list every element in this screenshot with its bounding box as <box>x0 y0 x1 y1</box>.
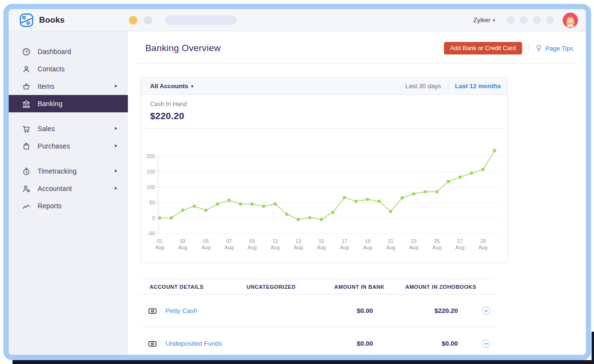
status-dot-yellow[interactable] <box>129 16 138 25</box>
data-point[interactable] <box>274 202 277 206</box>
reports-icon <box>22 202 31 211</box>
svg-text:-50: -50 <box>148 230 155 236</box>
page-header: Banking Overview Add Bank or Credit Card… <box>135 31 579 64</box>
data-point[interactable] <box>377 200 381 203</box>
svg-text:Aug: Aug <box>386 244 395 250</box>
data-point[interactable] <box>458 175 462 179</box>
svg-text:17: 17 <box>342 238 347 244</box>
sidebar-item-label: Items <box>38 82 55 90</box>
range-last-30-days[interactable]: Last 30 days <box>405 82 441 90</box>
amount-in-zohobooks-cell: $220.20 <box>385 307 476 314</box>
sidebar-item-sales[interactable]: Sales <box>9 120 128 137</box>
data-point[interactable] <box>170 216 173 220</box>
header-icon-placeholder-3[interactable] <box>533 16 541 24</box>
data-point[interactable] <box>239 202 242 206</box>
banking-icon <box>22 99 31 108</box>
page-tips-link[interactable]: Page Tips <box>535 44 573 52</box>
svg-text:200: 200 <box>146 153 155 159</box>
sidebar-item-label: Contacts <box>38 65 65 73</box>
sidebar-item-contacts[interactable]: Contacts <box>9 60 128 78</box>
sidebar-item-items[interactable]: Items <box>9 78 128 95</box>
account-link[interactable]: Petty Cash <box>166 307 197 314</box>
cash-in-hand-value: $220.20 <box>150 111 498 121</box>
sidebar-group: DashboardContactsItemsBanking <box>9 43 128 112</box>
row-expand-button[interactable] <box>476 306 496 315</box>
sidebar-item-accountant[interactable]: Accountant <box>9 180 128 197</box>
svg-text:Aug: Aug <box>479 244 488 250</box>
table-row: $Undeposited Funds$0.00$0.00 <box>140 327 496 360</box>
data-point[interactable] <box>332 211 335 214</box>
sidebar-item-purchases[interactable]: Purchases <box>9 137 128 155</box>
data-point[interactable] <box>412 192 415 196</box>
data-point[interactable] <box>193 204 196 208</box>
data-point[interactable] <box>470 172 473 175</box>
data-point[interactable] <box>181 209 184 212</box>
search-bar-placeholder[interactable] <box>165 15 236 25</box>
user-avatar[interactable] <box>563 13 578 28</box>
sidebar-item-reports[interactable]: Reports <box>9 197 128 215</box>
data-point[interactable] <box>158 216 162 220</box>
app-logo[interactable]: Books <box>18 12 65 28</box>
data-point[interactable] <box>493 149 497 152</box>
sidebar-item-timetracking[interactable]: Timetracking <box>9 162 128 180</box>
data-point[interactable] <box>401 196 404 200</box>
amount-in-zohobooks-cell: $0.00 <box>385 340 476 347</box>
table-header-row: ACCOUNT DETAILSUNCATEGORIZEDAMOUNT IN BA… <box>140 279 496 295</box>
data-point[interactable] <box>250 202 254 206</box>
org-name: Zylker <box>473 16 490 24</box>
data-point[interactable] <box>297 218 300 221</box>
account-selector-dropdown[interactable]: All Accounts ▾ <box>150 82 193 90</box>
data-point[interactable] <box>308 216 312 219</box>
dashboard-icon <box>22 47 31 56</box>
svg-text:Aug: Aug <box>155 244 165 250</box>
header-icon-placeholder-4[interactable] <box>546 16 554 24</box>
data-point[interactable] <box>435 190 439 193</box>
chevron-right-icon <box>114 126 118 131</box>
status-dot-gray[interactable] <box>144 16 152 25</box>
svg-text:Aug: Aug <box>201 244 210 250</box>
data-point[interactable] <box>227 199 231 202</box>
data-point[interactable] <box>216 202 219 206</box>
data-point[interactable] <box>366 198 369 201</box>
account-link[interactable]: Undeposited Funds <box>166 340 222 347</box>
cash-summary: Cash In Hand $220.20 <box>141 95 508 129</box>
banking-chart-card: All Accounts ▾ Last 30 days Last 12 mont… <box>140 77 508 263</box>
svg-text:01: 01 <box>157 238 163 244</box>
data-point[interactable] <box>424 190 427 193</box>
svg-text:0: 0 <box>152 215 155 221</box>
sidebar-item-banking[interactable]: Banking <box>9 95 128 112</box>
column-header-amount-in-zohobooks: AMOUNT IN ZOHOBOOKS <box>385 284 476 290</box>
purchases-icon <box>22 142 31 151</box>
data-point[interactable] <box>482 168 485 171</box>
range-last-12-months[interactable]: Last 12 months <box>455 82 501 90</box>
column-header-account-details: ACCOUNT DETAILS <box>140 284 247 290</box>
sidebar-item-label: Timetracking <box>38 167 77 175</box>
amount-in-bank-cell: $0.00 <box>312 307 385 314</box>
data-point[interactable] <box>320 218 323 221</box>
sidebar-item-dashboard[interactable]: Dashboard <box>9 43 128 60</box>
add-bank-button[interactable]: Add Bank or Credit Card <box>444 42 522 54</box>
data-point[interactable] <box>285 213 289 216</box>
svg-text:100: 100 <box>146 184 155 190</box>
row-expand-button[interactable] <box>476 339 496 348</box>
data-point[interactable] <box>447 180 450 183</box>
data-point[interactable] <box>343 196 346 199</box>
data-point[interactable] <box>354 200 358 203</box>
svg-text:Aug: Aug <box>294 244 303 250</box>
main-content: Banking Overview Add Bank or Credit Card… <box>128 31 586 356</box>
contacts-icon <box>22 65 31 74</box>
header-divider <box>528 43 529 54</box>
svg-text:Aug: Aug <box>432 244 442 250</box>
svg-text:$: $ <box>152 310 153 312</box>
data-point[interactable] <box>204 209 207 212</box>
header-icon-placeholder-1[interactable] <box>507 16 515 24</box>
sidebar-item-label: Purchases <box>38 142 70 150</box>
header-icon-placeholder-2[interactable] <box>520 16 528 24</box>
org-switcher[interactable]: Zylker ▾ <box>473 16 495 24</box>
timetracking-icon <box>22 167 31 176</box>
data-point[interactable] <box>389 210 392 213</box>
account-selector-label: All Accounts <box>150 82 188 90</box>
accountant-icon <box>22 184 31 193</box>
books-logo-icon <box>18 12 35 28</box>
data-point[interactable] <box>262 204 265 208</box>
